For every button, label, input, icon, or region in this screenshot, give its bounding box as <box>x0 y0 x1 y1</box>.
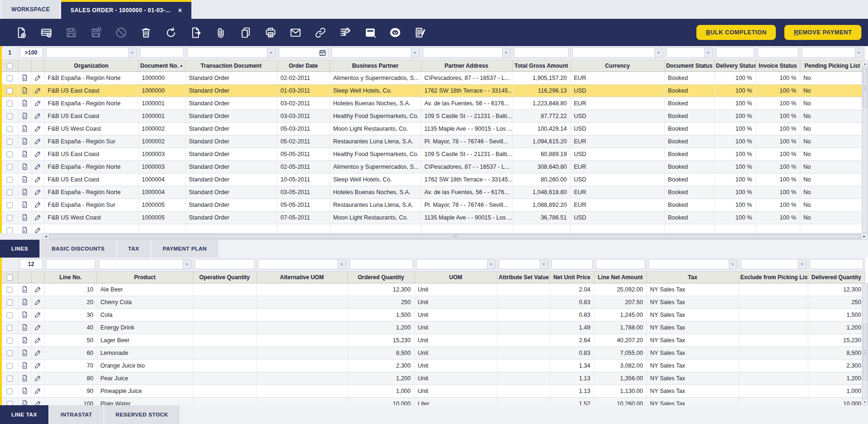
cell-tax[interactable]: NY Sales Tax <box>647 283 739 296</box>
cell-transaction-document[interactable]: Standard Order <box>185 71 277 84</box>
cell-total-gross-amount[interactable]: 1,223,848.80 <box>512 97 570 110</box>
edit-icon[interactable] <box>34 175 42 183</box>
lines-row[interactable]: 30Cola1,500Unit0.831,245.00NY Sales Tax1… <box>2 308 865 321</box>
cell-document-no[interactable]: 1000004 <box>138 186 185 198</box>
orders-vscroll-thumb[interactable] <box>863 68 867 108</box>
cell-tax[interactable]: NY Sales Tax <box>647 397 739 405</box>
cell-organization[interactable]: F&B España - Región Sur <box>44 135 138 148</box>
new-row-icon[interactable] <box>40 26 53 39</box>
orders-row[interactable]: F&B España - Región Norte1000000Standard… <box>2 71 865 84</box>
cell-net-unit-price[interactable]: 0.83 <box>550 346 594 359</box>
cell-line-no[interactable]: 60 <box>44 346 97 359</box>
record-icon[interactable] <box>21 86 29 94</box>
lines-vscroll-thumb[interactable] <box>863 324 867 380</box>
column-header-pending-picking-list[interactable]: Pending Picking List <box>800 60 865 71</box>
cell-document-no[interactable]: 1000005 <box>138 211 185 224</box>
edit-icon[interactable] <box>34 201 42 209</box>
column-header-line-net-amount[interactable]: Line Net Amount <box>594 271 647 283</box>
filter-input-delivery-status[interactable] <box>717 48 754 57</box>
cell-delivery-status[interactable]: 100 % <box>714 198 756 211</box>
cell-product[interactable]: Plain Water <box>97 397 193 405</box>
cell-product[interactable]: Ale Beer <box>97 283 193 296</box>
cell-line-net-amount[interactable]: 1,245.00 <box>594 308 647 321</box>
cell-ordered-quantity[interactable]: 2,300 <box>347 359 414 372</box>
cell-net-unit-price[interactable]: 2.64 <box>550 334 594 346</box>
edit-icon[interactable] <box>34 150 42 158</box>
cell-transaction-document[interactable]: Standard Order <box>185 173 277 186</box>
cell-operative-quantity[interactable] <box>193 296 256 308</box>
filter-input-currency[interactable] <box>573 48 655 57</box>
cell-uom[interactable]: Unit <box>414 296 497 308</box>
edit-icon[interactable] <box>34 336 42 344</box>
child-tab-tax[interactable]: TAX <box>117 240 151 258</box>
filter-dropdown-icon[interactable]: ▼ <box>502 48 510 57</box>
cell-product[interactable]: Energy Drink <box>97 321 193 334</box>
record-icon[interactable] <box>21 226 29 233</box>
edit-icon[interactable] <box>34 213 42 221</box>
cell-document-status[interactable]: Booked <box>664 110 714 122</box>
column-header-document-status[interactable]: Document Status <box>664 60 714 71</box>
cell-delivery-status[interactable]: 100 % <box>714 211 756 224</box>
cell-organization[interactable]: F&B US West Coast <box>44 122 138 135</box>
lines-row[interactable]: 80Pear Juice1,200Unit1.131,356.00NY Sale… <box>2 372 865 385</box>
lines-row[interactable]: 90Pineapple Juice1,000Unit1.131,130.00NY… <box>2 385 865 397</box>
cell-uom[interactable]: Unit <box>414 334 497 346</box>
orders-horizontal-scrollbar[interactable]: ◀ ▶ <box>42 233 868 240</box>
audit-icon[interactable] <box>339 26 352 39</box>
cell-document-no[interactable]: 1000005 <box>138 198 185 211</box>
cell-pending-picking-list[interactable]: No <box>800 84 865 97</box>
cell-invoice-status[interactable]: 100 % <box>756 186 800 198</box>
cell-uom[interactable]: Unit <box>414 346 497 359</box>
cell-attribute-set-value[interactable] <box>497 334 550 346</box>
edit-icon[interactable] <box>34 125 42 133</box>
record-icon[interactable] <box>21 374 29 382</box>
orders-row[interactable]: F&B US East Coast1000003Standard Order05… <box>2 148 865 160</box>
cell-organization[interactable]: F&B España - Región Sur <box>44 198 138 211</box>
child-tab-lines[interactable]: LINES <box>0 240 40 258</box>
cell-transaction-document[interactable]: Standard Order <box>185 122 277 135</box>
cell-alternative-uom[interactable] <box>256 296 347 308</box>
cell-order-date[interactable]: 02-05-2011 <box>277 160 330 173</box>
column-header-line-no[interactable]: Line No. <box>44 271 97 283</box>
edit-icon[interactable] <box>34 226 42 233</box>
row-checkbox[interactable] <box>7 101 13 107</box>
column-header-currency[interactable]: Currency <box>570 60 664 71</box>
cell-alternative-uom[interactable] <box>256 283 347 296</box>
cell-line-no[interactable]: 100 <box>44 397 97 405</box>
cell-pending-picking-list[interactable]: No <box>800 148 865 160</box>
filter-input-order-date[interactable] <box>279 48 317 57</box>
edit-icon[interactable] <box>34 298 42 306</box>
cell-line-no[interactable]: 20 <box>44 296 97 308</box>
column-header-total-gross-amount[interactable]: Total Gross Amount <box>512 60 570 71</box>
filter-input-total-gross-amount[interactable] <box>514 48 568 57</box>
cell-line-no[interactable]: 90 <box>44 385 97 397</box>
row-checkbox[interactable] <box>7 388 13 394</box>
cell-order-date[interactable]: 10-05-2011 <box>277 173 330 186</box>
cell-line-no[interactable]: 40 <box>44 321 97 334</box>
cell-business-partner[interactable]: Restaurantes Luna Llena, S.A. <box>330 198 421 211</box>
cell-business-partner[interactable]: Restaurantes Luna Llena, S.A. <box>330 135 421 148</box>
cell-invoice-status[interactable]: 100 % <box>756 198 800 211</box>
edit-icon[interactable] <box>34 112 42 120</box>
cell-delivery-status[interactable]: 100 % <box>714 160 756 173</box>
cell-uom[interactable]: Liter <box>414 397 497 405</box>
cell-line-net-amount[interactable]: 1,356.00 <box>594 372 647 385</box>
cell-tax[interactable]: NY Sales Tax <box>647 346 739 359</box>
refresh-icon[interactable] <box>165 26 177 39</box>
cell-attribute-set-value[interactable] <box>497 385 550 397</box>
cell-invoice-status[interactable] <box>756 224 800 233</box>
cell-delivery-status[interactable]: 100 % <box>714 148 756 160</box>
cell-organization[interactable]: F&B US East Coast <box>44 110 138 122</box>
filter-dropdown-icon[interactable]: ▼ <box>487 259 495 269</box>
record-icon[interactable] <box>21 163 29 171</box>
column-header-alternative-uom[interactable]: Alternative UOM <box>256 271 347 283</box>
cell-tax[interactable]: NY Sales Tax <box>647 359 739 372</box>
link-icon[interactable] <box>314 26 327 39</box>
scroll-up-icon[interactable]: ▲ <box>862 61 868 67</box>
scroll-right-icon[interactable]: ▶ <box>861 234 868 239</box>
cell-total-gross-amount[interactable]: 87,772.22 <box>512 110 570 122</box>
cell-line-no[interactable]: 10 <box>44 283 97 296</box>
cell-ordered-quantity[interactable]: 1,200 <box>347 321 414 334</box>
cell-total-gross-amount[interactable]: 80,260.00 <box>512 173 570 186</box>
cell-net-unit-price[interactable]: 1.34 <box>550 359 594 372</box>
